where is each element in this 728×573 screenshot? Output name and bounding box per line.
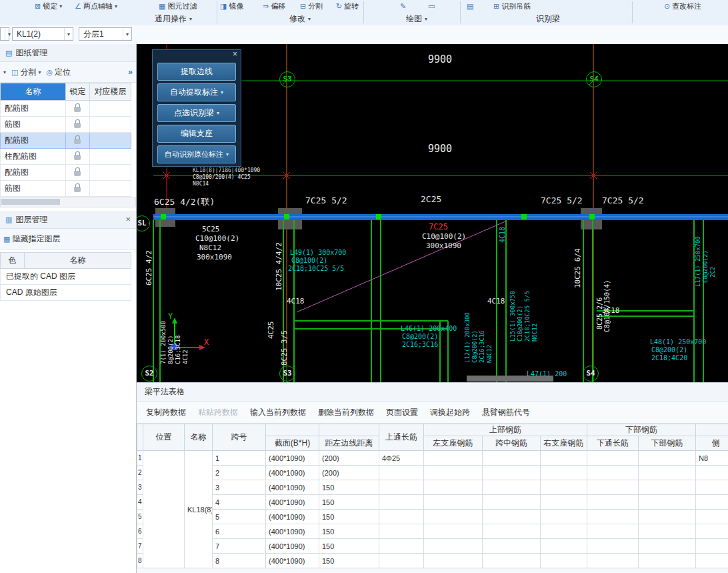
bottom-rebar-cell[interactable] (639, 510, 696, 524)
more-chevron-icon[interactable]: » (128, 67, 133, 77)
layer-row[interactable]: CAD 原始图层 (1, 285, 131, 301)
cantilever-rebar-code-button[interactable]: 悬臂钢筋代号 (482, 407, 530, 418)
left-support-cell[interactable] (424, 539, 483, 554)
bottom-rebar-cell[interactable] (639, 480, 696, 495)
left-support-cell[interactable] (424, 495, 483, 510)
header-lower-rebar-group[interactable]: 下部钢筋 (587, 424, 696, 436)
sheet-row[interactable]: 筋图 (1, 181, 131, 197)
mid-span-cell[interactable] (483, 495, 541, 510)
beam-table-row[interactable]: 77(400*1090)150 (137, 539, 728, 554)
header-distance-left[interactable]: 距左边线距离 (319, 436, 379, 451)
group-draw[interactable]: 绘图▾ (397, 13, 437, 24)
column-header-layer-name[interactable]: 名称 (25, 253, 131, 269)
cad-canvas[interactable]: 99009900KL18(8)|7186|400*1090C8@100/200(… (137, 44, 728, 382)
side-rebar-cell[interactable] (696, 495, 728, 510)
section-cell[interactable]: (400*1090) (266, 451, 319, 466)
lock-button[interactable]: ⊠锁定▾ (35, 1, 62, 12)
section-cell[interactable]: (400*1090) (266, 524, 319, 539)
column-header-floor[interactable]: 对应楼层 (90, 83, 131, 101)
copy-span-data-button[interactable]: 复制跨数据 (146, 407, 186, 418)
left-support-cell[interactable] (424, 510, 483, 524)
auto-extract-annotation-button[interactable]: 自动提取标注▾ (157, 83, 236, 101)
top-through-cell[interactable]: 4Φ25 (379, 451, 424, 466)
group-modify[interactable]: 修改▾ (280, 13, 320, 24)
floor-cell[interactable] (90, 181, 131, 197)
bottom-through-cell[interactable] (587, 480, 639, 495)
right-support-cell[interactable] (541, 524, 587, 539)
right-support-cell[interactable] (541, 495, 587, 510)
header-span-number[interactable]: 跨号 (213, 424, 266, 451)
header-bottom-through-rebar[interactable]: 下通长筋 (587, 436, 639, 451)
hide-layer-button[interactable]: ▦隐藏指定图层 (3, 233, 60, 245)
side-rebar-cell[interactable] (696, 510, 728, 524)
bottom-through-cell[interactable] (587, 451, 639, 466)
span-cell[interactable]: 5 (213, 510, 266, 524)
header-bottom-rebar[interactable]: 下部钢筋 (639, 436, 696, 451)
sheet-name-cell[interactable]: 柱配筋图 (1, 149, 66, 165)
bottom-rebar-cell[interactable] (639, 554, 696, 568)
distance-cell[interactable]: 150 (319, 510, 379, 524)
beam-table-row[interactable]: 44(400*1090)150 (137, 495, 728, 510)
side-rebar-cell[interactable]: N8 (696, 451, 728, 466)
layer-row-label[interactable]: CAD 原始图层 (1, 285, 131, 301)
bottom-through-cell[interactable] (587, 524, 639, 539)
span-cell[interactable]: 1 (213, 451, 266, 466)
check-edit-annotation-button[interactable]: ⊙查改标注 (664, 1, 701, 12)
lock-cell[interactable] (66, 117, 90, 133)
identify-beam-big-button[interactable]: ▤ (467, 1, 473, 12)
layer-row-label[interactable]: 已提取的 CAD 图层 (1, 269, 131, 285)
sheet-row[interactable]: 配筋图 (1, 133, 131, 149)
close-icon[interactable]: × (233, 49, 237, 59)
span-cell[interactable]: 2 (213, 466, 266, 480)
section-cell[interactable]: (400*1090) (266, 554, 319, 568)
top-through-cell[interactable] (379, 466, 424, 480)
swap-start-span-button[interactable]: 调换起始跨 (430, 407, 470, 418)
distance-cell[interactable]: 150 (319, 495, 379, 510)
floor-cell[interactable] (90, 149, 131, 165)
top-through-cell[interactable] (379, 510, 424, 524)
sheet-name-cell[interactable]: 配筋图 (1, 101, 66, 117)
element-filter-button[interactable]: ▦图元过滤 (159, 1, 197, 12)
floor-cell[interactable] (90, 117, 131, 133)
top-through-cell[interactable] (379, 524, 424, 539)
header-position[interactable]: 位置 (143, 424, 185, 451)
left-support-cell[interactable] (424, 466, 483, 480)
left-support-cell[interactable] (424, 554, 483, 568)
right-support-cell[interactable] (541, 451, 587, 466)
left-support-cell[interactable] (424, 524, 483, 539)
canvas-scrollbar[interactable] (467, 376, 553, 382)
span-cell[interactable]: 8 (213, 554, 266, 568)
column-header-name[interactable]: 名称 (1, 83, 66, 101)
locate-button[interactable]: ◎定位 (46, 67, 71, 78)
span-cell[interactable]: 7 (213, 539, 266, 554)
top-through-cell[interactable] (379, 480, 424, 495)
right-support-cell[interactable] (541, 510, 587, 524)
bottom-through-cell[interactable] (587, 539, 639, 554)
sheet-name-cell[interactable]: 配筋图 (1, 165, 66, 181)
span-cell[interactable]: 3 (213, 480, 266, 495)
right-support-cell[interactable] (541, 554, 587, 568)
delete-current-column-button[interactable]: 删除当前列数据 (318, 407, 374, 418)
click-identify-beam-button[interactable]: 点选识别梁▾ (157, 104, 236, 122)
group-common-operations[interactable]: 通用操作▾ (143, 13, 203, 24)
header-top-through-rebar[interactable]: 上通长筋 (379, 424, 424, 451)
distance-cell[interactable]: (200) (319, 451, 379, 466)
distance-cell[interactable]: 150 (319, 554, 379, 568)
distance-cell[interactable]: 150 (319, 524, 379, 539)
bottom-rebar-cell[interactable] (639, 451, 696, 466)
lock-cell[interactable] (66, 101, 90, 117)
section-cell[interactable]: (400*1090) (266, 510, 319, 524)
position-cell[interactable] (143, 451, 185, 568)
right-support-cell[interactable] (541, 480, 587, 495)
mid-span-cell[interactable] (483, 451, 541, 466)
draw-pencil-button[interactable]: ✎ (400, 1, 406, 12)
layer-row[interactable]: 已提取的 CAD 图层 (1, 269, 131, 285)
floor-cell[interactable] (90, 101, 131, 117)
sheet-split-button[interactable]: ◫分割▾ (11, 67, 41, 78)
side-rebar-cell[interactable] (696, 466, 728, 480)
floor-cell[interactable] (90, 133, 131, 149)
header-side-rebar[interactable]: 侧 (696, 436, 728, 451)
lock-cell[interactable] (66, 149, 90, 165)
bottom-through-cell[interactable] (587, 495, 639, 510)
layer-combobox[interactable]: 分层1▾ (79, 27, 132, 41)
